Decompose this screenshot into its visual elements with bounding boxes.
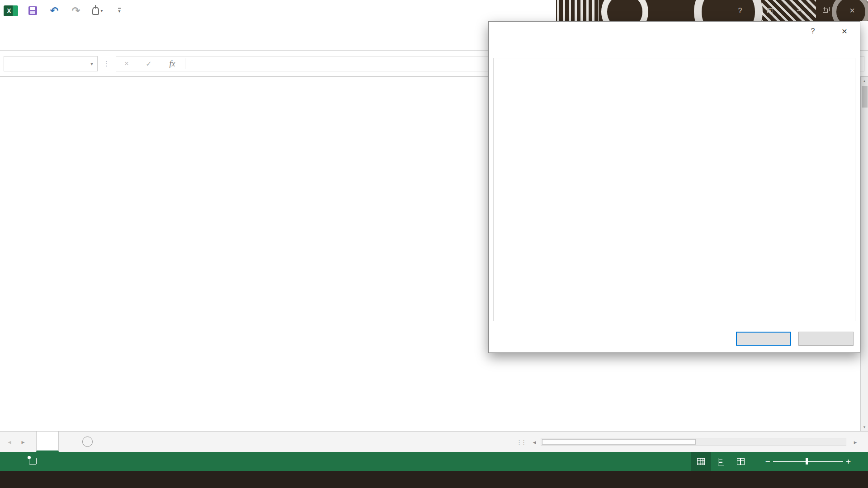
touch-mode-button[interactable]: ▾ [87, 2, 108, 20]
page-break-icon [737, 458, 745, 465]
ribbon-display-icon: ▴ [767, 8, 773, 13]
title-bar: X ↶ ↷ ▾ ▾ ? ▴ × [0, 0, 868, 21]
undo-icon: ↶ [50, 6, 58, 16]
dialog-tab-page [493, 58, 855, 321]
sheet-next-icon[interactable]: ▸ [17, 432, 29, 452]
ok-button[interactable] [736, 332, 791, 346]
tab-scroll-splitter[interactable]: ⋮⋮ [516, 432, 525, 452]
add-sheet-button[interactable] [82, 436, 93, 447]
insert-function-icon[interactable]: fx [160, 59, 184, 69]
excel-window: X ↶ ↷ ▾ ▾ ? ▴ × ▾ ⋮ × ✓ fx [0, 0, 868, 488]
dialog-help-button[interactable]: ? [806, 27, 820, 35]
sheet-tab-feuil1[interactable] [36, 432, 59, 452]
horizontal-scrollbar-thumb[interactable] [542, 439, 696, 445]
save-button[interactable] [22, 2, 43, 20]
chevron-down-icon[interactable]: ▾ [86, 61, 97, 67]
customize-qat-icon: ▾ [118, 8, 120, 14]
zoom-out-icon[interactable]: − [763, 457, 773, 466]
horizontal-scrollbar[interactable] [541, 438, 846, 446]
minimize-button[interactable] [792, 0, 807, 21]
status-bar: − + [0, 452, 868, 471]
quick-access-toolbar: X ↶ ↷ ▾ ▾ [0, 0, 130, 21]
save-icon [28, 6, 37, 15]
scroll-up-icon[interactable]: ▴ [861, 77, 868, 85]
name-box[interactable]: ▾ [4, 56, 98, 71]
enter-entry-icon[interactable]: ✓ [137, 60, 160, 68]
formula-bar-splitter[interactable]: ⋮ [103, 56, 110, 71]
scroll-down-icon[interactable]: ▾ [861, 423, 868, 431]
zoom-in-icon[interactable]: + [843, 457, 854, 466]
cancel-entry-icon[interactable]: × [116, 59, 137, 68]
zoom-slider[interactable]: − + [763, 457, 854, 466]
cancel-button[interactable] [798, 332, 854, 346]
chevron-down-icon: ▾ [100, 8, 103, 13]
zoom-slider-track[interactable] [773, 461, 843, 462]
dialog-close-button[interactable]: × [837, 26, 852, 37]
view-page-layout-button[interactable] [711, 452, 731, 471]
view-normal-button[interactable] [691, 452, 711, 471]
sheet-tab-bar: ◂ ▸ ⋮⋮ ◂ ▸ [0, 431, 868, 452]
redo-button[interactable]: ↷ [65, 2, 87, 20]
vertical-scrollbar[interactable]: ▴ ▾ [860, 77, 868, 431]
ribbon-display-options-button[interactable]: ▴ [762, 0, 778, 21]
hscroll-right-icon[interactable]: ▸ [850, 432, 861, 452]
divider [185, 58, 185, 69]
redo-icon: ↷ [72, 6, 80, 16]
close-button[interactable]: × [844, 0, 860, 21]
vertical-scrollbar-thumb[interactable] [862, 86, 868, 108]
undo-button[interactable]: ↶ [43, 2, 65, 20]
minimize-icon [797, 10, 802, 11]
format-cells-dialog: ? × ∧ ∨ ∧ ∨ [488, 21, 860, 353]
zoom-slider-thumb[interactable] [806, 458, 808, 465]
hscroll-left-icon[interactable]: ◂ [529, 432, 540, 452]
window-title [398, 0, 542, 21]
normal-view-icon [697, 458, 705, 465]
help-button[interactable]: ? [732, 0, 748, 21]
restore-icon [823, 9, 828, 13]
taskbar [0, 471, 868, 488]
touch-mode-icon [92, 7, 99, 15]
excel-logo-icon[interactable]: X [0, 2, 22, 20]
view-page-break-button[interactable] [731, 452, 751, 471]
restore-button[interactable] [817, 0, 833, 21]
sheet-prev-icon[interactable]: ◂ [4, 432, 15, 452]
page-layout-icon [718, 458, 724, 465]
customize-qat-button[interactable]: ▾ [108, 2, 130, 20]
record-macro-icon[interactable] [29, 458, 37, 465]
